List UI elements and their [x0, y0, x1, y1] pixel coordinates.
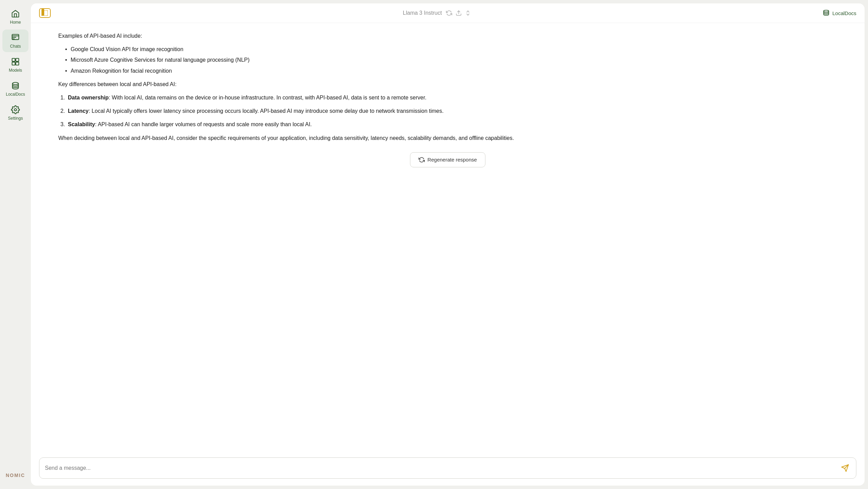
svg-rect-2 [16, 58, 19, 61]
sidebar-item-localdocs-label: LocalDocs [6, 92, 25, 97]
svg-rect-1 [12, 58, 15, 61]
sidebar-item-home[interactable]: Home [2, 5, 28, 28]
models-icon [11, 57, 20, 67]
header-left [39, 8, 51, 18]
list-item: Microsoft Azure Cognitive Services for n… [65, 55, 837, 64]
chats-icon [11, 33, 20, 43]
localdocs-label: LocalDocs [832, 10, 856, 16]
term-3: Scalability [68, 121, 95, 127]
nomic-logo: NOMIC [6, 467, 25, 484]
sidebar-toggle-button[interactable] [39, 8, 51, 18]
text-1: : With local AI, data remains on the dev… [109, 95, 426, 100]
sidebar-item-models[interactable]: Models [2, 53, 28, 76]
upload-icon[interactable] [456, 10, 462, 16]
regenerate-button[interactable]: Regenerate response [410, 152, 485, 167]
chat-content: Examples of API-based AI include: Google… [31, 23, 865, 453]
model-name-label: Llama 3 Instruct [403, 10, 442, 16]
svg-point-5 [12, 82, 18, 85]
message-body: Examples of API-based AI include: Google… [58, 31, 837, 143]
settings-icon [11, 105, 20, 115]
text-2: : Local AI typically offers lower latenc… [88, 108, 443, 114]
list-item: Amazon Rekognition for facial recognitio… [65, 66, 837, 75]
sidebar-item-home-label: Home [10, 20, 21, 25]
intro-text: Examples of API-based AI include: [58, 31, 837, 40]
sidebar-item-chats[interactable]: Chats [2, 29, 28, 52]
sync-icon[interactable] [446, 10, 452, 16]
header-icons [446, 10, 471, 16]
regenerate-label: Regenerate response [427, 157, 477, 163]
term-2: Latency [68, 108, 88, 114]
home-icon [11, 9, 20, 19]
list-item: Google Cloud Vision API for image recogn… [65, 45, 837, 54]
closing-text: When deciding between local and API-base… [58, 133, 837, 143]
updown-icon[interactable] [465, 10, 471, 16]
svg-point-6 [14, 109, 17, 111]
sidebar-item-models-label: Models [9, 68, 22, 73]
input-area [31, 453, 865, 486]
input-container [39, 457, 856, 479]
localdocs-button[interactable]: LocalDocs [823, 10, 856, 16]
sidebar: Home Chats Models [0, 0, 31, 489]
numbered-list: Data ownership: With local AI, data rema… [67, 93, 837, 129]
header-center: Llama 3 Instruct [51, 10, 823, 16]
localdocs-db-icon [823, 10, 830, 16]
regenerate-area: Regenerate response [58, 147, 837, 176]
numbered-item-3: Scalability: API-based AI can handle lar… [67, 120, 837, 129]
numbered-item-1: Data ownership: With local AI, data rema… [67, 93, 837, 102]
localdocs-icon [11, 81, 20, 91]
sidebar-item-settings-label: Settings [8, 116, 23, 121]
message-input[interactable] [45, 465, 840, 471]
regenerate-icon [419, 157, 425, 163]
svg-rect-4 [16, 62, 19, 65]
text-3: : API-based AI can handle larger volumes… [95, 121, 312, 127]
svg-point-10 [823, 10, 829, 12]
svg-rect-3 [12, 62, 15, 65]
bullet-list: Google Cloud Vision API for image recogn… [65, 45, 837, 75]
main-panel: Llama 3 Instruct [31, 3, 865, 486]
header: Llama 3 Instruct [31, 3, 865, 23]
sidebar-item-chats-label: Chats [10, 44, 21, 49]
sidebar-item-settings[interactable]: Settings [2, 102, 28, 124]
sidebar-item-localdocs[interactable]: LocalDocs [2, 77, 28, 100]
send-button[interactable] [840, 463, 851, 474]
differences-heading: Key differences between local and API-ba… [58, 80, 837, 89]
svg-rect-7 [41, 10, 48, 16]
term-1: Data ownership [68, 95, 109, 100]
numbered-item-2: Latency: Local AI typically offers lower… [67, 106, 837, 116]
svg-rect-8 [42, 11, 44, 15]
